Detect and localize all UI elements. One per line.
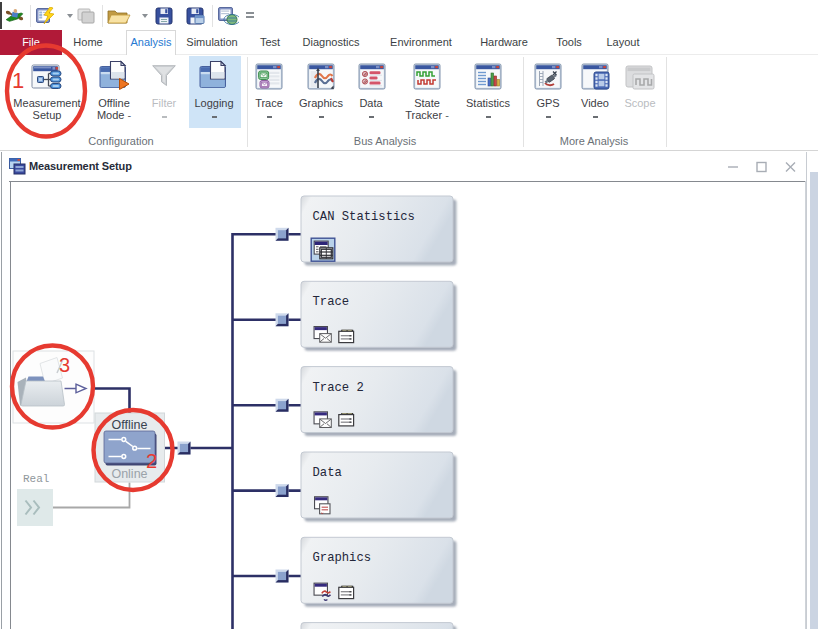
svg-text:1: 1 xyxy=(12,68,24,93)
svg-text:3: 3 xyxy=(59,354,70,376)
svg-text:2: 2 xyxy=(146,450,157,472)
